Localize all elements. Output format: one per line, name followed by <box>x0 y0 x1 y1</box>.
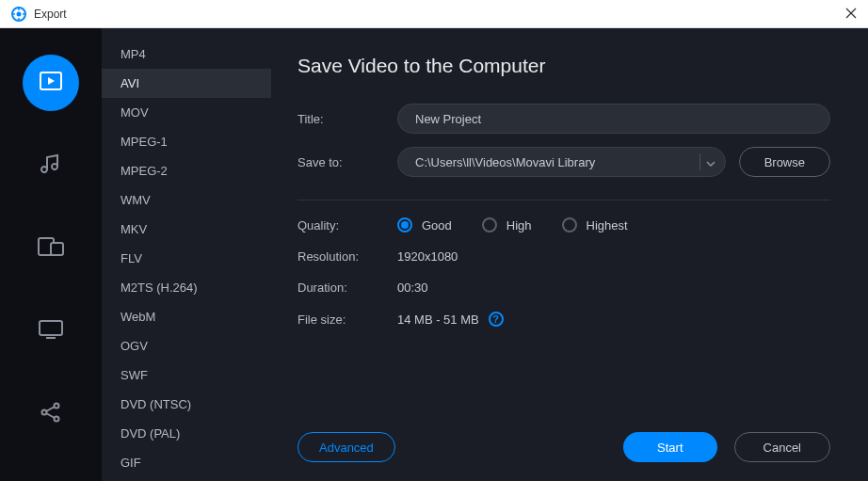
browse-button[interactable]: Browse <box>739 147 830 177</box>
radio-label: Highest <box>587 218 628 232</box>
radio-circle-icon <box>562 217 577 232</box>
divider-line <box>297 200 830 200</box>
divider <box>699 153 700 170</box>
svg-line-17 <box>46 413 55 418</box>
app-icon <box>11 7 26 22</box>
quality-radio-highest[interactable]: Highest <box>562 217 628 232</box>
resolution-value: 1920x1080 <box>397 249 458 264</box>
format-item-mp4[interactable]: MP4 <box>102 40 271 69</box>
svg-point-1 <box>17 11 22 16</box>
rail-item-tv[interactable] <box>23 303 79 360</box>
title-label: Title: <box>297 112 397 126</box>
cancel-button[interactable]: Cancel <box>734 432 830 462</box>
filesize-value: 14 MB - 51 MB <box>397 313 479 327</box>
filesize-row: File size: 14 MB - 51 MB ? <box>297 312 830 327</box>
format-item-dvd-pal-[interactable]: DVD (PAL) <box>102 419 271 448</box>
saveto-label: Save to: <box>297 155 397 169</box>
quality-radio-group: GoodHighHighest <box>397 217 628 232</box>
window-title: Export <box>34 8 67 21</box>
quality-label: Quality: <box>297 218 397 232</box>
saveto-controls: C:\Users\ll\Videos\Movavi Library Browse <box>397 147 830 177</box>
format-item-mkv[interactable]: MKV <box>102 215 271 244</box>
duration-value: 00:30 <box>397 281 428 295</box>
quality-row: Quality: GoodHighHighest <box>297 217 830 232</box>
svg-line-16 <box>46 407 55 411</box>
format-item-dvd-ntsc-[interactable]: DVD (NTSC) <box>102 390 271 419</box>
rail-item-share[interactable] <box>23 386 79 442</box>
start-button[interactable]: Start <box>623 432 716 462</box>
format-list: MP4AVIMOVMPEG-1MPEG-2WMVMKVFLVM2TS (H.26… <box>102 28 271 481</box>
category-rail <box>0 28 102 481</box>
format-item-flv[interactable]: FLV <box>102 244 271 273</box>
format-item-mpeg-1[interactable]: MPEG-1 <box>102 127 271 156</box>
format-item-swf[interactable]: SWF <box>102 361 271 390</box>
main-area: MP4AVIMOVMPEG-1MPEG-2WMVMKVFLVM2TS (H.26… <box>0 28 868 481</box>
rail-item-video[interactable] <box>23 55 79 111</box>
quality-radio-high[interactable]: High <box>482 217 532 232</box>
footer-right: Start Cancel <box>623 432 830 462</box>
saveto-row: Save to: C:\Users\ll\Videos\Movavi Libra… <box>297 147 830 177</box>
devices-icon <box>37 235 65 262</box>
chevron-down-icon <box>706 155 715 169</box>
play-icon <box>38 68 64 98</box>
duration-row: Duration: 00:30 <box>297 281 830 295</box>
format-item-webm[interactable]: WebM <box>102 302 271 331</box>
music-icon <box>39 152 63 180</box>
radio-label: Good <box>422 218 452 232</box>
svg-rect-10 <box>51 243 63 255</box>
duration-label: Duration: <box>297 281 397 295</box>
rail-item-devices[interactable] <box>23 220 79 277</box>
format-item-avi[interactable]: AVI <box>102 69 271 98</box>
quality-radio-good[interactable]: Good <box>397 217 452 232</box>
tv-icon <box>38 318 64 345</box>
title-row: Title: <box>297 104 830 134</box>
titlebar: Export <box>0 0 868 28</box>
help-icon[interactable]: ? <box>489 312 504 327</box>
close-button[interactable] <box>828 6 857 23</box>
format-item-mov[interactable]: MOV <box>102 98 271 127</box>
radio-label: High <box>506 218 532 232</box>
resolution-label: Resolution: <box>297 249 397 264</box>
rail-item-audio[interactable] <box>23 137 79 194</box>
resolution-row: Resolution: 1920x1080 <box>297 249 830 264</box>
saveto-value: C:\Users\ll\Videos\Movavi Library <box>415 155 694 169</box>
radio-circle-icon <box>482 217 497 232</box>
format-item-ogv[interactable]: OGV <box>102 331 271 361</box>
format-item-mpeg-2[interactable]: MPEG-2 <box>102 156 271 185</box>
format-item-gif[interactable]: GIF <box>102 448 271 477</box>
radio-circle-icon <box>397 217 412 232</box>
svg-rect-11 <box>40 321 62 335</box>
titlebar-left: Export <box>11 7 67 22</box>
title-input[interactable] <box>397 104 830 134</box>
format-item-m2ts-h-264-[interactable]: M2TS (H.264) <box>102 273 271 302</box>
page-title: Save Video to the Computer <box>297 55 830 77</box>
content-panel: Save Video to the Computer Title: Save t… <box>271 28 868 481</box>
filesize-label: File size: <box>297 313 397 327</box>
share-icon <box>40 401 62 427</box>
footer: Advanced Start Cancel <box>297 413 830 462</box>
saveto-dropdown[interactable]: C:\Users\ll\Videos\Movavi Library <box>397 147 726 177</box>
format-item-wmv[interactable]: WMV <box>102 185 271 215</box>
advanced-button[interactable]: Advanced <box>297 432 395 462</box>
